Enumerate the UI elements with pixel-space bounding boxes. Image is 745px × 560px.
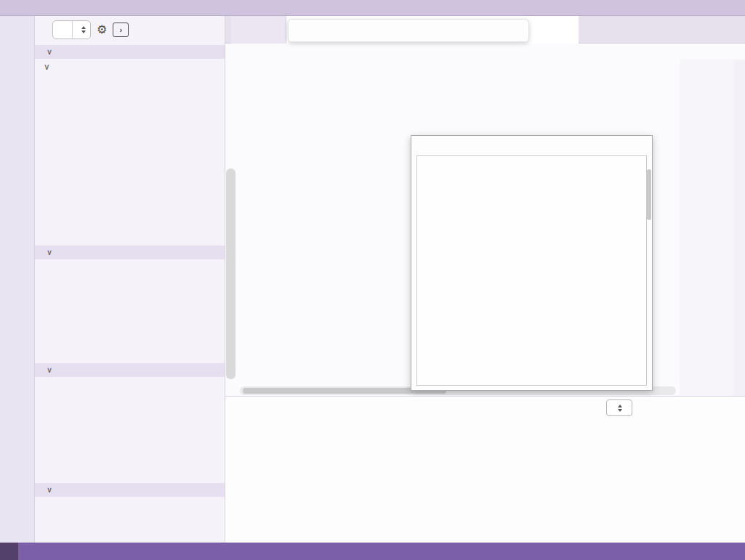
chevron-down-icon: ∨ <box>47 485 52 495</box>
watch-section-header[interactable]: ∨ <box>35 245 225 259</box>
maximize-panel-icon[interactable] <box>704 402 717 414</box>
start-debug-button[interactable] <box>53 21 73 38</box>
debug-launch-control <box>52 20 91 39</box>
variables-list: ∨ <box>35 59 225 75</box>
open-debug-console-icon[interactable]: › <box>113 23 129 37</box>
status-bar <box>0 543 745 560</box>
remote-indicator[interactable] <box>0 543 18 560</box>
chevron-down-icon: ∨ <box>44 62 52 72</box>
minimap[interactable] <box>680 60 734 396</box>
chevron-updown-icon <box>81 26 86 33</box>
sync-changes-indicator[interactable] <box>32 543 39 560</box>
minimize-window-icon[interactable] <box>22 4 31 12</box>
kill-terminal-icon[interactable] <box>683 402 696 414</box>
call-stack-section-header[interactable]: ∨ <box>35 363 225 377</box>
variables-scope-row[interactable]: ∨ <box>35 59 225 75</box>
close-window-icon[interactable] <box>7 4 16 12</box>
problems-indicator[interactable] <box>39 543 60 560</box>
popup-title <box>411 136 652 143</box>
bottom-panel <box>225 396 745 543</box>
variables-section-header[interactable]: ∨ <box>35 45 225 59</box>
chevron-down-icon: ∨ <box>47 248 52 257</box>
debug-hover-popup <box>411 135 653 391</box>
debug-sidebar: ⚙ › ∨ ∨ ∨ ∨ ∨ <box>35 16 225 543</box>
terminal-output[interactable] <box>231 420 742 541</box>
vscode-window: ⚙ › ∨ ∨ ∨ ∨ ∨ <box>0 0 745 560</box>
zoom-window-icon[interactable] <box>36 4 45 12</box>
terminal-select[interactable] <box>606 399 632 416</box>
editor-area <box>225 16 745 543</box>
chevron-down-icon: ∨ <box>47 47 52 57</box>
chevron-updown-icon <box>618 405 622 412</box>
split-terminal-icon[interactable] <box>662 402 674 414</box>
activity-bar <box>0 16 35 543</box>
new-terminal-icon[interactable] <box>641 402 653 414</box>
panel-actions <box>606 399 738 416</box>
debug-launch-bar: ⚙ › <box>35 16 225 44</box>
debug-toolbar <box>288 19 529 42</box>
tab-pom-xml[interactable] <box>231 16 286 44</box>
close-panel-icon[interactable] <box>725 402 738 414</box>
editor-tab-bar <box>225 16 745 44</box>
code-editor[interactable] <box>225 60 745 396</box>
popup-variable-tree <box>416 155 647 386</box>
chevron-down-icon: ∨ <box>47 365 52 375</box>
vertical-scrollbar[interactable] <box>226 169 235 379</box>
window-controls[interactable] <box>7 4 45 12</box>
breakpoints-section-header[interactable]: ∨ <box>35 483 225 497</box>
title-bar <box>0 0 745 16</box>
breadcrumb <box>225 44 745 60</box>
git-branch-indicator[interactable] <box>18 543 32 560</box>
popup-scrollbar[interactable] <box>647 169 651 220</box>
debug-settings-gear-icon[interactable]: ⚙ <box>97 24 107 36</box>
overview-ruler <box>734 60 745 396</box>
